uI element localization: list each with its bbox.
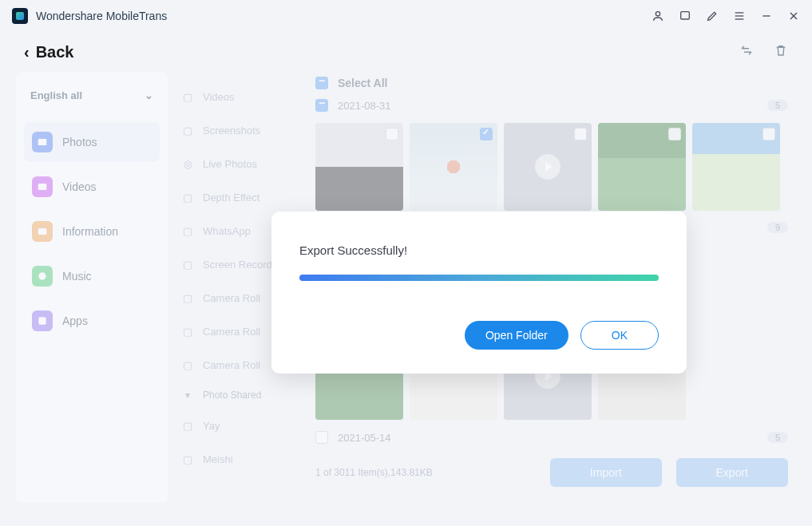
thumb-checkbox[interactable]: [480, 128, 493, 140]
select-all-row: Select All: [315, 72, 788, 94]
video-thumbnail[interactable]: [504, 123, 592, 211]
information-icon: [32, 221, 53, 242]
sub-label: WhatsApp: [203, 225, 251, 237]
date-group-row: 2021-05-14 5: [315, 426, 788, 449]
select-all-checkbox[interactable]: [315, 77, 328, 89]
folder-icon: ▢: [180, 190, 195, 204]
count-badge: 5: [767, 100, 788, 111]
count-badge: 9: [767, 222, 788, 233]
account-icon[interactable]: [652, 10, 664, 22]
play-icon: [535, 154, 560, 180]
ok-button[interactable]: OK: [580, 321, 659, 350]
svg-rect-8: [38, 139, 47, 145]
photos-icon: [32, 132, 53, 152]
caret-down-icon: ▾: [180, 388, 195, 402]
svg-point-11: [38, 272, 46, 279]
sub-item-meishi[interactable]: ▢Meishi: [174, 442, 301, 476]
svg-rect-12: [38, 317, 46, 324]
count-badge: 5: [767, 432, 788, 443]
titlebar: Wondershare MobileTrans: [0, 0, 812, 32]
music-icon: [32, 266, 53, 287]
sub-label: Photo Shared: [203, 390, 261, 401]
svg-rect-9: [38, 184, 47, 190]
sidebar-item-music[interactable]: Music: [24, 256, 160, 296]
sub-header-photoshared[interactable]: ▾Photo Shared: [174, 382, 301, 409]
thumbnail-row: [315, 123, 788, 211]
photo-thumbnail[interactable]: [598, 123, 686, 211]
edit-icon[interactable]: [706, 10, 719, 22]
chevron-left-icon: ‹: [24, 43, 30, 61]
sub-label: Screen Recorder: [203, 259, 281, 271]
sidebar-item-label: Photos: [62, 136, 97, 148]
sub-label: Camera Roll: [203, 292, 260, 304]
apps-icon: [32, 310, 53, 331]
sub-label: Meishi: [203, 453, 233, 465]
language-label: English all: [30, 89, 82, 101]
sidebar-item-apps[interactable]: Apps: [24, 301, 160, 341]
chevron-down-icon: ⌄: [145, 89, 153, 101]
modal-actions: Open Folder OK: [299, 321, 659, 350]
menu-icon[interactable]: [733, 10, 746, 22]
folder-icon: ▢: [180, 223, 195, 238]
sub-label: Depth Effect: [203, 192, 259, 204]
back-label: Back: [36, 43, 74, 61]
sidebar-item-label: Apps: [62, 314, 88, 327]
date-checkbox[interactable]: [315, 99, 328, 112]
thumb-checkbox[interactable]: [668, 128, 681, 140]
export-button[interactable]: Export: [676, 458, 788, 487]
back-button[interactable]: ‹ Back: [24, 43, 73, 61]
photo-thumbnail[interactable]: [692, 123, 780, 211]
sidebar-item-information[interactable]: Information: [24, 212, 160, 251]
photo-thumbnail[interactable]: [315, 123, 403, 211]
thumb-checkbox[interactable]: [386, 128, 398, 140]
folder-icon: ▢: [180, 291, 195, 305]
svg-rect-10: [38, 228, 47, 235]
sidebar-item-label: Music: [62, 270, 92, 283]
sub-label: Live Photos: [203, 158, 257, 170]
open-folder-button[interactable]: Open Folder: [465, 321, 568, 350]
date-group-row: 2021-08-31 5: [315, 94, 788, 117]
progress-bar: [299, 275, 659, 281]
sub-item-videos[interactable]: ▢Videos: [174, 80, 301, 113]
refresh-icon[interactable]: [739, 43, 754, 61]
page-header: ‹ Back: [0, 32, 812, 72]
export-success-modal: Export Successfully! Open Folder OK: [271, 212, 687, 374]
category-sidebar: English all ⌄ Photos Videos Information …: [16, 72, 168, 503]
feedback-icon[interactable]: [679, 10, 691, 22]
folder-icon: ▢: [180, 418, 195, 433]
folder-icon: ▢: [180, 324, 195, 338]
photo-thumbnail[interactable]: [410, 123, 497, 211]
app-logo: [12, 8, 28, 24]
sub-label: Camera Roll: [203, 359, 260, 371]
footer-bar: 1 of 3011 Item(s),143.81KB Import Export: [315, 449, 788, 487]
sub-item-yay[interactable]: ▢Yay: [174, 409, 301, 442]
folder-icon: ▢: [180, 257, 195, 271]
sidebar-item-videos[interactable]: Videos: [24, 167, 160, 207]
videos-icon: [32, 176, 53, 197]
folder-icon: ▢: [180, 89, 195, 104]
language-selector[interactable]: English all ⌄: [24, 85, 160, 106]
folder-icon: ▢: [180, 123, 195, 137]
sidebar-item-label: Information: [62, 225, 118, 238]
date-label: 2021-05-14: [338, 432, 391, 444]
sub-label: Videos: [203, 91, 235, 103]
selection-info: 1 of 3011 Item(s),143.81KB: [315, 467, 433, 478]
sidebar-item-photos[interactable]: Photos: [24, 122, 160, 162]
close-icon[interactable]: [787, 10, 800, 22]
import-button[interactable]: Import: [550, 458, 662, 487]
sub-item-screenshots[interactable]: ▢Screenshots: [174, 113, 301, 147]
folder-icon: ▢: [180, 452, 195, 466]
sub-label: Camera Roll: [203, 326, 260, 338]
folder-icon: ◎: [180, 156, 195, 171]
thumb-checkbox[interactable]: [574, 128, 587, 140]
minimize-icon[interactable]: [760, 10, 773, 22]
trash-icon[interactable]: [774, 43, 788, 61]
date-label: 2021-08-31: [338, 100, 391, 112]
sub-item-livephotos[interactable]: ◎Live Photos: [174, 147, 301, 180]
date-checkbox[interactable]: [315, 431, 328, 444]
app-title: Wondershare MobileTrans: [36, 10, 167, 22]
svg-rect-1: [681, 12, 690, 19]
sub-item-deptheffect[interactable]: ▢Depth Effect: [174, 180, 301, 214]
svg-point-0: [656, 12, 660, 16]
thumb-checkbox[interactable]: [762, 128, 775, 140]
